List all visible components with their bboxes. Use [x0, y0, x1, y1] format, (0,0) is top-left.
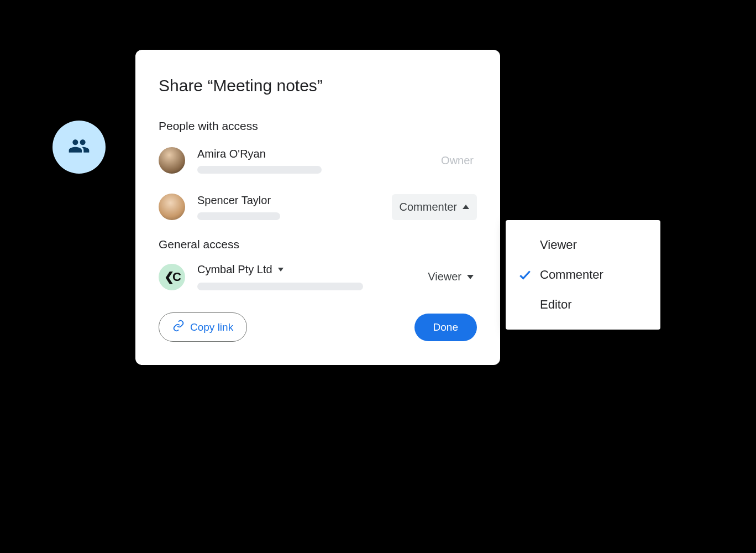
role-option-label: Commenter: [540, 268, 603, 282]
role-option-viewer[interactable]: Viewer: [506, 230, 660, 260]
people-icon: [68, 135, 90, 159]
copy-link-label: Copy link: [190, 321, 233, 333]
placeholder-line: [197, 212, 280, 220]
person-name: Amira O'Ryan: [197, 148, 441, 160]
general-access-heading: General access: [159, 238, 477, 251]
link-icon: [172, 320, 185, 335]
org-scope-dropdown[interactable]: Cymbal Pty Ltd: [197, 263, 428, 276]
people-badge: [53, 121, 106, 174]
dialog-title: Share “Meeting notes”: [159, 76, 477, 95]
dialog-actions: Copy link Done: [159, 312, 477, 342]
role-label-owner: Owner: [441, 154, 477, 167]
org-name: Cymbal Pty Ltd: [197, 263, 272, 276]
caret-down-icon: [278, 268, 284, 272]
placeholder-line: [197, 166, 322, 174]
org-avatar: ❮C: [159, 264, 185, 290]
person-row: Amira O'Ryan Owner: [159, 145, 477, 176]
role-option-editor[interactable]: Editor: [506, 290, 660, 320]
role-dropdown-commenter[interactable]: Commenter: [392, 194, 477, 220]
role-option-label: Viewer: [540, 238, 577, 252]
people-with-access-section: People with access Amira O'Ryan Owner Sp…: [159, 119, 477, 222]
org-role-dropdown[interactable]: Viewer: [428, 270, 477, 283]
org-row: ❮C Cymbal Pty Ltd Viewer: [159, 263, 477, 290]
person-info: Amira O'Ryan: [197, 148, 441, 174]
role-option-commenter[interactable]: Commenter: [506, 260, 660, 290]
role-dropdown-label: Commenter: [400, 201, 457, 213]
caret-down-icon: [467, 275, 474, 279]
share-dialog: Share “Meeting notes” People with access…: [135, 50, 500, 365]
person-row: Spencer Taylor Commenter: [159, 191, 477, 222]
org-role-label: Viewer: [428, 270, 461, 283]
person-info: Spencer Taylor: [197, 194, 392, 220]
people-access-heading: People with access: [159, 119, 477, 133]
caret-up-icon: [463, 205, 469, 209]
role-option-label: Editor: [540, 298, 571, 312]
org-info: Cymbal Pty Ltd: [197, 263, 428, 290]
general-access-section: General access ❮C Cymbal Pty Ltd Viewer: [159, 238, 477, 290]
copy-link-button[interactable]: Copy link: [159, 312, 247, 342]
placeholder-line: [197, 283, 363, 290]
avatar: [159, 194, 185, 220]
person-name: Spencer Taylor: [197, 194, 392, 207]
avatar: [159, 147, 185, 174]
done-button[interactable]: Done: [414, 314, 477, 341]
check-icon: [518, 268, 540, 282]
role-menu: Viewer Commenter Editor: [506, 220, 660, 330]
